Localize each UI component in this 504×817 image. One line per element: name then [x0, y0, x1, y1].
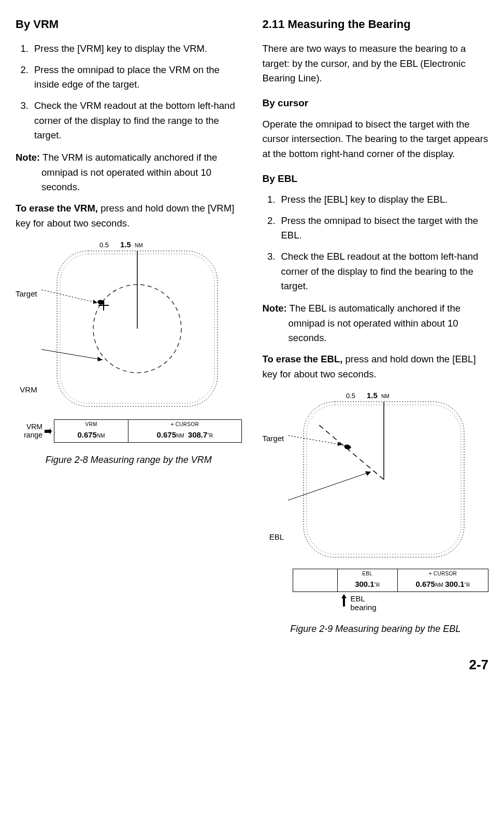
scale-small: 0.5 [346, 392, 355, 400]
scale-unit: NM [135, 243, 143, 248]
vrm-erase: To erase the VRM, press and hold down th… [16, 201, 242, 231]
readout-vrm-header: VRM [59, 420, 124, 429]
note-body: The EBL is automatically anchored if the… [287, 303, 460, 343]
ebl-step-1: Press the [EBL] key to display the EBL. [278, 192, 489, 207]
label-target: Target [16, 288, 37, 300]
ebl-step-2: Press the omnipad to bisect the target w… [278, 214, 489, 243]
readout-ebl-header: EBL [342, 570, 393, 578]
scale-small: 0.5 [99, 241, 109, 249]
scale-unit: NM [381, 393, 390, 399]
page-number: 2-7 [16, 654, 488, 675]
svg-line-14 [319, 425, 384, 480]
label-ebl: EBL [269, 531, 284, 543]
vrm-step-3: Check the VRM readout at the bottom left… [31, 98, 242, 143]
figure-2-9: Target EBL 0.5 1.5 NM [263, 389, 489, 637]
readout-cursor-brg-unit: ˚R [207, 433, 213, 439]
readout-cursor-header: + CURSOR [402, 570, 484, 578]
readout-cursor-cell: + CURSOR 0.675NM 300.1˚R [398, 569, 488, 591]
label-ebl-bearing: EBL bearing [351, 594, 377, 612]
ebl-erase: To erase the EBL, press and hold down th… [263, 352, 489, 382]
heading-by-vrm: By VRM [16, 16, 242, 33]
vrm-step-1: Press the [VRM] key to display the VRM. [31, 41, 242, 57]
readout-vrm-cell: VRM 0.675NM [54, 420, 128, 442]
scale-big: 1.5 [367, 391, 378, 400]
ebl-step-3: Check the EBL readout at the bottom left… [278, 249, 489, 294]
subhead-by-ebl: By EBL [263, 171, 489, 186]
svg-marker-7 [93, 300, 97, 304]
readout-ebl-value: 300.1 [355, 580, 375, 588]
ebl-steps: Press the [EBL] key to display the EBL. … [263, 192, 489, 294]
svg-line-6 [41, 290, 97, 303]
readout-ebl-cell: EBL 300.1˚R [338, 569, 398, 591]
arrow-up-icon [340, 594, 348, 609]
figure-2-8-caption: Figure 2-8 Measuring range by the VRM [16, 453, 242, 468]
scale-big: 1.5 [120, 240, 131, 249]
arrow-icon [45, 428, 52, 435]
readout-cursor-rng-unit: NM [176, 433, 184, 439]
vrm-radar-diagram: 0.5 1.5 NM [41, 238, 228, 414]
left-column: By VRM Press the [VRM] key to display th… [16, 16, 242, 642]
right-column: 2.11 Measuring the Bearing There are two… [263, 16, 489, 642]
vrm-step-2: Press the omnipad to place the VRM on th… [31, 63, 242, 92]
erase-label: To erase the VRM, [16, 203, 98, 214]
readout-cursor-brg-unit: ˚R [465, 582, 470, 588]
svg-marker-10 [45, 428, 52, 434]
erase-label: To erase the EBL, [263, 354, 343, 364]
figure-2-8: Target VRM 0.5 1.5 NM [16, 238, 242, 468]
vrm-steps: Press the [VRM] key to display the VRM. … [16, 41, 242, 143]
note-label: Note: [16, 152, 40, 163]
readout-cursor-rng-unit: NM [435, 582, 443, 588]
label-vrm-range: VRM range [16, 423, 42, 439]
label-target: Target [263, 432, 284, 444]
readout-cursor-rng: 0.675 [157, 430, 177, 439]
readout-cursor-brg: 308.7 [188, 430, 208, 439]
readout-cursor-brg: 300.1 [445, 580, 465, 588]
readout-blank-cell [293, 569, 338, 591]
readout-cursor-header: + CURSOR [133, 420, 237, 429]
subhead-by-cursor: By cursor [263, 95, 489, 110]
readout-cursor-cell: + CURSOR 0.675NM 308.7˚R [128, 420, 241, 442]
bearing-intro: There are two ways to measure the bearin… [263, 41, 489, 86]
figure-2-9-caption: Figure 2-9 Measuring bearing by the EBL [263, 622, 489, 637]
readout-vrm-unit: NM [97, 433, 105, 439]
svg-line-15 [288, 435, 342, 445]
label-vrm: VRM [20, 384, 37, 396]
readout-cursor-rng: 0.675 [415, 580, 435, 588]
note-body: The VRM is automatically anchored if the… [40, 152, 217, 192]
cursor-body: Operate the omnipad to bisect the target… [263, 117, 489, 162]
readout-ebl-unit: ˚R [375, 582, 380, 588]
svg-marker-19 [341, 594, 347, 607]
svg-marker-9 [97, 357, 103, 361]
readout-vrm-value: 0.675 [77, 430, 97, 439]
svg-line-8 [41, 349, 103, 360]
ebl-radar-diagram: 0.5 1.5 NM [288, 389, 474, 565]
heading-measuring-bearing: 2.11 Measuring the Bearing [263, 16, 489, 33]
note-label: Note: [263, 303, 287, 314]
svg-line-17 [288, 472, 371, 500]
vrm-note: Note: The VRM is automatically anchored … [16, 150, 242, 195]
ebl-note: Note: The EBL is automatically anchored … [263, 301, 489, 346]
